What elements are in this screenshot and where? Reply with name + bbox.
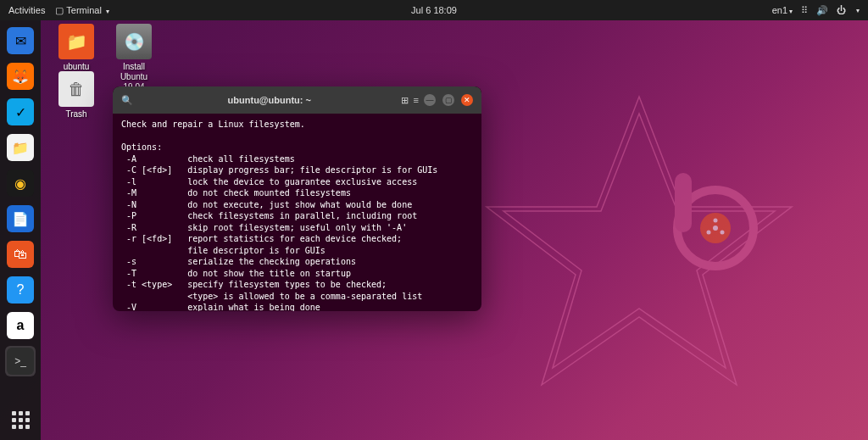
dock-files[interactable]: 📁 bbox=[5, 132, 36, 163]
svg-marker-1 bbox=[504, 114, 775, 368]
svg-marker-0 bbox=[487, 97, 792, 385]
terminal-title: ubuntu@ubuntu: ~ bbox=[138, 95, 401, 105]
disk-icon: 💿 bbox=[116, 24, 152, 59]
dock-todo[interactable]: ✓ bbox=[5, 97, 36, 127]
new-tab-icon[interactable]: ⊞ bbox=[401, 95, 409, 106]
input-source[interactable]: en1▾ bbox=[772, 5, 793, 15]
svg-rect-3 bbox=[675, 173, 692, 232]
dock-firefox[interactable]: 🦊 bbox=[5, 61, 36, 92]
close-button[interactable]: ✕ bbox=[461, 94, 473, 106]
chevron-down-icon: ▾ bbox=[856, 7, 860, 14]
activities-button[interactable]: Activities bbox=[8, 5, 45, 15]
terminal-output: Check and repair a Linux filesystem. Opt… bbox=[121, 120, 437, 311]
desktop-icon-install-ubuntu[interactable]: 💿 Install Ubuntu 19.04 bbox=[108, 24, 159, 92]
dock: ✉ 🦊 ✓ 📁 ◉ 📄 🛍 ? a >_ bbox=[0, 20, 41, 440]
terminal-titlebar[interactable]: 🔍 ubuntu@ubuntu: ~ ⊞ ≡ — ▢ ✕ bbox=[113, 86, 481, 114]
desktop-icon-ubuntu[interactable]: 📁 ubuntu bbox=[51, 24, 102, 72]
desktop[interactable]: 📁 ubuntu 💿 Install Ubuntu 19.04 🗑 Trash … bbox=[41, 20, 868, 440]
dock-software[interactable]: 🛍 bbox=[5, 239, 36, 270]
dock-amazon[interactable]: a bbox=[5, 310, 36, 341]
desktop-icon-trash[interactable]: 🗑 Trash bbox=[51, 71, 102, 120]
network-icon[interactable]: ⠿ bbox=[801, 5, 808, 16]
svg-point-7 bbox=[721, 231, 725, 235]
svg-point-6 bbox=[714, 219, 718, 223]
show-applications-button[interactable] bbox=[5, 404, 36, 435]
svg-point-8 bbox=[707, 231, 711, 235]
search-icon[interactable]: 🔍 bbox=[121, 95, 133, 106]
folder-icon: 📁 bbox=[58, 24, 94, 59]
volume-icon[interactable]: 🔊 bbox=[816, 5, 828, 16]
top-bar: Activities ▢ Terminal ▾ Jul 6 18:09 en1▾… bbox=[0, 0, 868, 20]
clock[interactable]: Jul 6 18:09 bbox=[411, 5, 457, 15]
wallpaper-graphic bbox=[461, 71, 817, 427]
app-menu[interactable]: ▢ Terminal ▾ bbox=[55, 5, 109, 16]
power-icon[interactable]: ⏻ bbox=[837, 5, 846, 15]
dock-rhythmbox[interactable]: ◉ bbox=[5, 168, 36, 198]
chevron-down-icon: ▾ bbox=[106, 8, 109, 15]
dock-thunderbird[interactable]: ✉ bbox=[5, 25, 36, 56]
maximize-button[interactable]: ▢ bbox=[442, 94, 454, 106]
dock-libreoffice[interactable]: 📄 bbox=[5, 203, 36, 234]
hamburger-icon[interactable]: ≡ bbox=[414, 95, 419, 105]
terminal-body[interactable]: Check and repair a Linux filesystem. Opt… bbox=[113, 114, 481, 311]
dock-terminal[interactable]: >_ bbox=[5, 346, 36, 376]
minimize-button[interactable]: — bbox=[424, 94, 436, 106]
trash-icon: 🗑 bbox=[58, 71, 94, 107]
svg-point-5 bbox=[713, 226, 718, 231]
terminal-icon: ▢ bbox=[55, 5, 64, 15]
terminal-window[interactable]: 🔍 ubuntu@ubuntu: ~ ⊞ ≡ — ▢ ✕ Check and r… bbox=[113, 86, 481, 311]
dock-help[interactable]: ? bbox=[5, 275, 36, 305]
